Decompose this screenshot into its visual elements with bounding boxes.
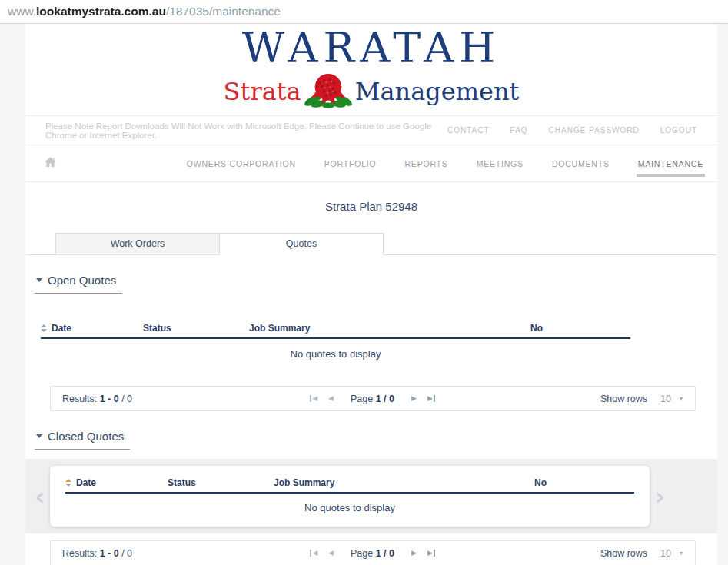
waratah-flower-icon	[304, 71, 352, 112]
nav-item-documents[interactable]: DOCUMENTS	[552, 145, 610, 181]
open-quotes-title: Open Quotes	[48, 274, 116, 287]
first-page-icon: ◀	[312, 550, 317, 557]
closed-quotes-pagination: Results: 1 - 0 / 0 ◀ ◀ Page 1 / 0 ▶ ▶ Sh…	[50, 540, 696, 565]
results-count: Results: 1 - 0 / 0	[51, 394, 310, 404]
first-page-button[interactable]: ◀	[310, 550, 317, 557]
next-page-icon: ▶	[411, 395, 417, 402]
chevron-left-icon[interactable]: ‹	[35, 484, 45, 509]
empty-table-message: No quotes to display	[50, 494, 650, 523]
faq-link[interactable]: FAQ	[510, 126, 528, 135]
previous-page-icon: ◀	[328, 395, 334, 402]
chevron-right-icon[interactable]: ›	[655, 484, 665, 509]
home-icon	[44, 155, 57, 171]
page-indicator: Page 1 / 0	[351, 548, 394, 559]
change-password-link[interactable]: CHANGE PASSWORD	[549, 126, 640, 135]
column-header-date[interactable]: Date	[65, 477, 168, 488]
notice-bar: Please Note Report Downloads Will Not Wo…	[25, 116, 717, 145]
last-page-icon: ▶	[427, 395, 433, 402]
url-path: /187035/maintenance	[166, 5, 281, 18]
previous-page-button[interactable]: ◀	[328, 395, 334, 402]
header-logo-band: WARATAH Strata	[25, 24, 717, 116]
home-button[interactable]	[44, 145, 57, 181]
last-page-icon: ▶	[427, 550, 433, 557]
show-rows-label: Show rows	[600, 548, 647, 559]
next-page-button[interactable]: ▶	[411, 550, 417, 557]
page-title: Strata Plan 52948	[25, 182, 717, 213]
previous-page-icon: ◀	[328, 550, 334, 557]
page-background: WARATAH Strata	[0, 24, 728, 565]
rows-per-page-dropdown[interactable]: 10 ▾	[660, 394, 683, 404]
logo-title: WARATAH	[224, 28, 520, 69]
nav-item-maintenance[interactable]: MAINTENANCE	[638, 145, 703, 181]
column-header-status[interactable]: Status	[168, 477, 274, 488]
show-rows-label: Show rows	[600, 394, 647, 404]
closed-quotes-toggle[interactable]: Closed Quotes	[35, 430, 130, 450]
url-domain: lookatmystrata.com.au	[36, 5, 166, 18]
browser-url-bar[interactable]: www.lookatmystrata.com.au/187035/mainten…	[0, 0, 728, 24]
open-quotes-section: Open Quotes	[35, 271, 708, 294]
logo-subtitle-management: Management	[355, 77, 520, 106]
closed-quotes-card: Date Status Job Summary No No quotes to …	[50, 466, 650, 527]
previous-page-button[interactable]: ◀	[328, 550, 334, 557]
main-nav: OWNERS CORPORATION PORTFOLIO REPORTS MEE…	[25, 145, 717, 182]
collapse-icon	[36, 434, 42, 438]
sort-icon	[65, 479, 71, 487]
open-quotes-toggle[interactable]: Open Quotes	[35, 274, 122, 294]
closed-quotes-title: Closed Quotes	[48, 430, 124, 443]
column-header-no[interactable]: No	[534, 477, 634, 488]
page-indicator: Page 1 / 0	[351, 394, 394, 404]
first-page-icon: ◀	[312, 395, 317, 402]
site-logo[interactable]: WARATAH Strata	[224, 28, 520, 112]
nav-item-owners-corporation[interactable]: OWNERS CORPORATION	[187, 145, 296, 181]
collapse-icon	[36, 278, 42, 282]
column-header-job-summary[interactable]: Job Summary	[249, 323, 530, 334]
closed-quotes-carousel: ‹ Date Status Job Summary No No quotes t…	[25, 459, 717, 533]
closed-quotes-section: Closed Quotes	[35, 427, 708, 450]
notice-message: Please Note Report Downloads Will Not Wo…	[45, 121, 447, 140]
next-page-icon: ▶	[411, 550, 417, 557]
nav-item-reports[interactable]: REPORTS	[404, 145, 447, 181]
empty-table-message: No quotes to display	[41, 339, 630, 376]
column-header-date[interactable]: Date	[41, 323, 143, 334]
next-page-button[interactable]: ▶	[411, 395, 417, 402]
rows-per-page-dropdown[interactable]: 10 ▾	[660, 548, 683, 559]
tab-quotes[interactable]: Quotes	[219, 233, 384, 255]
nav-item-meetings[interactable]: MEETINGS	[477, 145, 524, 181]
sort-icon	[41, 324, 47, 332]
first-page-button[interactable]: ◀	[310, 395, 317, 402]
last-page-button[interactable]: ▶	[427, 550, 435, 557]
tab-work-orders[interactable]: Work Orders	[55, 233, 220, 254]
results-count: Results: 1 - 0 / 0	[51, 548, 310, 559]
contact-link[interactable]: CONTACT	[447, 126, 490, 135]
open-quotes-table: Date Status Job Summary No No quotes to …	[41, 323, 630, 376]
column-header-no[interactable]: No	[530, 323, 630, 334]
content-column: WARATAH Strata	[25, 24, 717, 565]
last-page-button[interactable]: ▶	[427, 395, 435, 402]
open-quotes-pagination: Results: 1 - 0 / 0 ◀ ◀ Page 1 / 0 ▶ ▶ Sh…	[50, 386, 696, 411]
dropdown-caret-icon: ▾	[680, 550, 683, 557]
column-header-job-summary[interactable]: Job Summary	[274, 477, 534, 488]
nav-item-portfolio[interactable]: PORTFOLIO	[324, 145, 377, 181]
dropdown-caret-icon: ▾	[680, 395, 683, 402]
tabs-row: Work Orders Quotes	[25, 233, 717, 255]
column-header-status[interactable]: Status	[143, 323, 249, 334]
url-www: www.	[8, 5, 36, 18]
logout-link[interactable]: LOGOUT	[660, 126, 697, 135]
logo-subtitle-strata: Strata	[224, 77, 301, 106]
